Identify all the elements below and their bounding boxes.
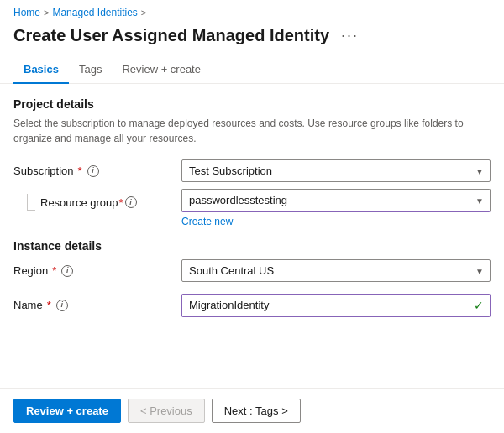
region-label-col: Region * i (13, 259, 181, 277)
instance-details-title: Instance details (13, 239, 491, 253)
region-label: Region (13, 264, 48, 277)
tab-basics[interactable]: Basics (13, 56, 69, 84)
resource-group-dropdown-wrapper: passwordlesstesting ▼ (181, 189, 491, 212)
page-title: Create User Assigned Managed Identity (13, 26, 329, 45)
create-new-link[interactable]: Create new (181, 216, 233, 227)
tab-review-create[interactable]: Review + create (112, 56, 211, 84)
name-check-icon: ✓ (474, 299, 484, 312)
footer: Review + create < Previous Next : Tags > (0, 388, 504, 433)
subscription-dropdown-wrapper: Test Subscription ▼ (181, 159, 491, 182)
subscription-required: * (78, 164, 82, 177)
page-title-row: Create User Assigned Managed Identity ··… (0, 22, 504, 56)
resource-group-row: Resource group * i passwordlesstesting ▼… (13, 189, 491, 227)
tab-tags[interactable]: Tags (69, 56, 112, 84)
breadcrumb-sep-2: > (141, 8, 146, 18)
name-label-col: Name * i (13, 294, 181, 311)
region-required: * (52, 264, 56, 277)
subscription-control: Test Subscription ▼ (181, 159, 491, 182)
subscription-dropdown[interactable]: Test Subscription (181, 159, 491, 182)
name-control: ✓ (181, 294, 491, 317)
previous-button: < Previous (128, 399, 205, 423)
next-button[interactable]: Next : Tags > (212, 399, 301, 423)
region-dropdown[interactable]: South Central US (181, 259, 491, 282)
resource-group-info-icon[interactable]: i (125, 196, 137, 208)
tabs-bar: Basics Tags Review + create (0, 56, 504, 84)
subscription-label: Subscription (13, 164, 74, 177)
region-row: Region * i South Central US ▼ (13, 259, 491, 282)
ellipsis-button[interactable]: ··· (338, 25, 362, 46)
name-input[interactable] (181, 294, 491, 317)
instance-details-section: Instance details (13, 239, 491, 253)
review-create-button[interactable]: Review + create (13, 399, 121, 423)
name-row: Name * i ✓ (13, 294, 491, 317)
subscription-row: Subscription * i Test Subscription ▼ (13, 159, 491, 182)
region-dropdown-wrapper: South Central US ▼ (181, 259, 491, 282)
region-info-icon[interactable]: i (61, 265, 73, 277)
breadcrumb: Home > Managed Identities > (0, 0, 504, 22)
resource-group-control: passwordlesstesting ▼ Create new (181, 189, 491, 227)
resource-group-dropdown[interactable]: passwordlesstesting (181, 189, 491, 212)
region-control: South Central US ▼ (181, 259, 491, 282)
resource-group-label-col: Resource group * i (13, 189, 181, 211)
subscription-label-col: Subscription * i (13, 159, 181, 177)
resource-group-required: * (119, 196, 123, 209)
breadcrumb-sep-1: > (44, 8, 49, 18)
subscription-info-icon[interactable]: i (87, 165, 99, 177)
breadcrumb-home[interactable]: Home (13, 7, 40, 18)
project-details-section: Project details Select the subscription … (13, 97, 491, 146)
name-label: Name (13, 299, 43, 311)
name-input-wrapper: ✓ (181, 294, 491, 317)
breadcrumb-managed-identities[interactable]: Managed Identities (52, 7, 137, 18)
project-details-desc: Select the subscription to manage deploy… (13, 116, 491, 146)
project-details-title: Project details (13, 97, 491, 111)
resource-group-label: Resource group (40, 196, 118, 209)
main-content: Project details Select the subscription … (0, 84, 504, 317)
name-info-icon[interactable]: i (56, 300, 68, 311)
name-required: * (47, 299, 51, 311)
